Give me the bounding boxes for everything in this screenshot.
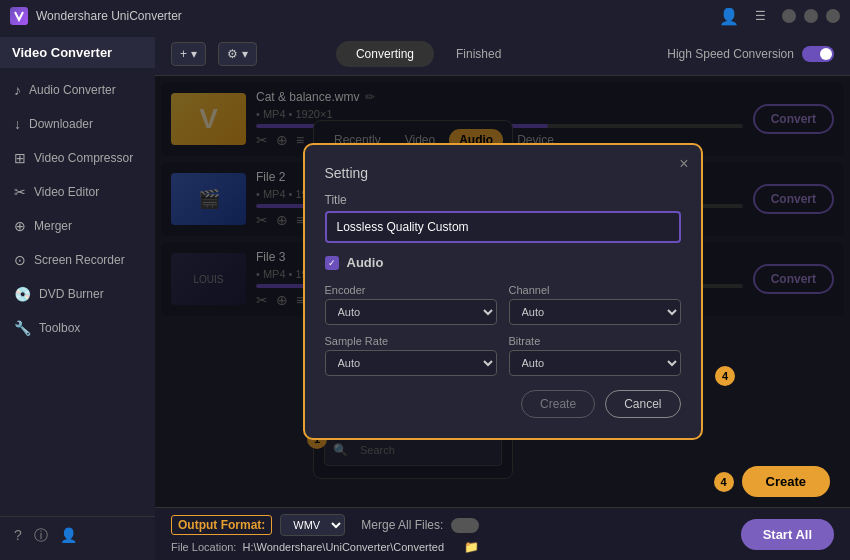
audio-checkbox[interactable]: ✓: [325, 256, 339, 270]
compressor-icon: ⊞: [14, 150, 26, 166]
merge-label: Merge All Files:: [361, 518, 443, 532]
add-file-button[interactable]: + ▾: [171, 42, 206, 66]
downloader-icon: ↓: [14, 116, 21, 132]
tab-converting[interactable]: Converting: [336, 41, 434, 67]
create-action-area: 4 Create: [714, 466, 830, 497]
sample-rate-field: Sample Rate Auto: [325, 335, 497, 376]
sidebar-item-label: Downloader: [29, 117, 93, 131]
sidebar-bottom: ? ⓘ 👤: [0, 516, 155, 555]
bottom-left: Output Format: WMV Merge All Files: File…: [171, 514, 479, 554]
modal-actions: Create Cancel: [325, 390, 681, 418]
main-content: + ▾ ⚙ ▾ Converting Finished High Speed C…: [155, 32, 850, 560]
restore-button[interactable]: □: [804, 9, 818, 23]
output-format-label: Output Format:: [171, 515, 272, 535]
user-icon[interactable]: 👤: [719, 7, 739, 26]
modal-cancel-button[interactable]: Cancel: [605, 390, 680, 418]
recorder-icon: ⊙: [14, 252, 26, 268]
add-file-label: ▾: [191, 47, 197, 61]
sidebar-item-label: DVD Burner: [39, 287, 104, 301]
audio-checkbox-row: ✓ Audio: [325, 255, 681, 270]
sidebar-item-dvd-burner[interactable]: 💿 DVD Burner: [0, 277, 155, 311]
titlebar-left: Wondershare UniConverter: [10, 7, 182, 25]
bitrate-field: Bitrate Auto: [509, 335, 681, 376]
bottom-bar: Output Format: WMV Merge All Files: File…: [155, 507, 850, 560]
sidebar-item-toolbox[interactable]: 🔧 Toolbox: [0, 311, 155, 345]
encoder-select[interactable]: Auto: [325, 299, 497, 325]
bitrate-label: Bitrate: [509, 335, 681, 347]
settings-icon: ⚙: [227, 47, 238, 61]
settings-label: ▾: [242, 47, 248, 61]
sidebar-item-label: Toolbox: [39, 321, 80, 335]
sidebar-item-audio-converter[interactable]: ♪ Audio Converter: [0, 73, 155, 107]
toolbar-right: High Speed Conversion: [667, 46, 834, 62]
sidebar: Video Converter ♪ Audio Converter ↓ Down…: [0, 32, 155, 560]
channel-field: Channel Auto: [509, 284, 681, 325]
modal-close-button[interactable]: ×: [679, 155, 688, 173]
channel-select[interactable]: Auto: [509, 299, 681, 325]
editor-icon: ✂: [14, 184, 26, 200]
format-select[interactable]: WMV: [280, 514, 345, 536]
close-button[interactable]: ×: [826, 9, 840, 23]
toolbar-tabs: Converting Finished: [336, 41, 521, 67]
step-4-circle: 4: [715, 366, 735, 386]
sidebar-header: Video Converter: [0, 37, 155, 68]
sidebar-item-label: Screen Recorder: [34, 253, 125, 267]
add-icon: +: [180, 47, 187, 61]
big-create-button[interactable]: Create: [742, 466, 830, 497]
toolbar: + ▾ ⚙ ▾ Converting Finished High Speed C…: [155, 32, 850, 76]
info-icon[interactable]: ⓘ: [34, 527, 48, 545]
sidebar-item-screen-recorder[interactable]: ⊙ Screen Recorder: [0, 243, 155, 277]
setting-modal: Setting × Title ✓ Audio Encoder Auto: [303, 143, 703, 440]
user-account-icon[interactable]: 👤: [60, 527, 77, 545]
title-input[interactable]: [325, 211, 681, 243]
modal-overlay: Setting × Title ✓ Audio Encoder Auto: [155, 76, 850, 507]
file-location-row: File Location: H:\Wondershare\UniConvert…: [171, 540, 479, 554]
high-speed-toggle[interactable]: [802, 46, 834, 62]
sample-bitrate-row: Sample Rate Auto Bitrate Auto: [325, 335, 681, 376]
modal-title: Setting: [325, 165, 681, 181]
encoder-channel-row: Encoder Auto Channel Auto: [325, 284, 681, 325]
output-format-row: Output Format: WMV Merge All Files:: [171, 514, 479, 536]
app-title: Wondershare UniConverter: [36, 9, 182, 23]
bitrate-select[interactable]: Auto: [509, 350, 681, 376]
sidebar-item-video-compressor[interactable]: ⊞ Video Compressor: [0, 141, 155, 175]
sidebar-item-label: Merger: [34, 219, 72, 233]
titlebar: Wondershare UniConverter 👤 ☰ — □ ×: [0, 0, 850, 32]
modal-create-disabled-button[interactable]: Create: [521, 390, 595, 418]
channel-label: Channel: [509, 284, 681, 296]
sidebar-item-label: Audio Converter: [29, 83, 116, 97]
titlebar-controls: 👤 ☰ — □ ×: [719, 7, 840, 26]
merger-icon: ⊕: [14, 218, 26, 234]
sample-rate-select[interactable]: Auto: [325, 350, 497, 376]
title-field-label: Title: [325, 193, 681, 207]
encoder-field: Encoder Auto: [325, 284, 497, 325]
audio-checkbox-label: Audio: [347, 255, 384, 270]
start-all-button[interactable]: Start All: [741, 519, 834, 550]
file-location-label: File Location:: [171, 541, 236, 553]
sidebar-item-merger[interactable]: ⊕ Merger: [0, 209, 155, 243]
merge-toggle[interactable]: [451, 518, 479, 533]
settings-button[interactable]: ⚙ ▾: [218, 42, 257, 66]
audio-converter-icon: ♪: [14, 82, 21, 98]
sidebar-item-label: Video Compressor: [34, 151, 133, 165]
toggle-knob: [820, 48, 832, 60]
sidebar-item-video-editor[interactable]: ✂ Video Editor: [0, 175, 155, 209]
step-4-inline-circle: 4: [714, 472, 734, 492]
high-speed-label: High Speed Conversion: [667, 47, 794, 61]
minimize-button[interactable]: —: [782, 9, 796, 23]
file-list: V Cat & balance.wmv ✏ • MP4 • 1920×1 ✂ ⊕…: [155, 76, 850, 507]
tab-finished[interactable]: Finished: [436, 41, 521, 67]
sidebar-item-downloader[interactable]: ↓ Downloader: [0, 107, 155, 141]
sample-rate-label: Sample Rate: [325, 335, 497, 347]
sidebar-item-label: Video Editor: [34, 185, 99, 199]
folder-icon[interactable]: 📁: [464, 540, 479, 554]
file-location-path: H:\Wondershare\UniConverter\Converted: [242, 541, 458, 553]
app-logo: [10, 7, 28, 25]
encoder-label: Encoder: [325, 284, 497, 296]
toolbox-icon: 🔧: [14, 320, 31, 336]
help-icon[interactable]: ?: [14, 527, 22, 545]
dvd-icon: 💿: [14, 286, 31, 302]
